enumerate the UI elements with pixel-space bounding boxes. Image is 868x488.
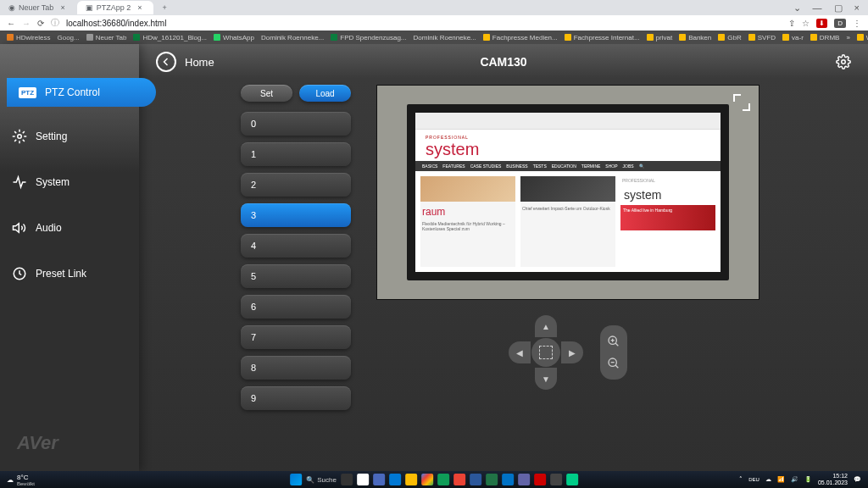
svg-point-3 bbox=[842, 60, 846, 64]
window-chevron-icon[interactable]: ⌄ bbox=[793, 3, 801, 14]
camera-feed-content: PROFESSIONAL system BASICSFEATURESCASE S… bbox=[407, 104, 729, 280]
sidebar-item-ptz-control[interactable]: PTZ PTZ Control bbox=[7, 78, 156, 107]
preset-5[interactable]: 5 bbox=[241, 264, 351, 288]
preset-1[interactable]: 1 bbox=[241, 142, 351, 166]
viewer: PROFESSIONAL system BASICSFEATURESCASE S… bbox=[376, 80, 760, 471]
weather-widget[interactable]: ☁ 8°C Bewölkt bbox=[7, 474, 35, 486]
preset-7[interactable]: 7 bbox=[241, 325, 351, 349]
url-field[interactable]: localhost:36680/index.html bbox=[66, 19, 166, 28]
teams-icon[interactable] bbox=[518, 474, 530, 485]
language-indicator[interactable]: DEU bbox=[748, 477, 760, 482]
taskbar-app-icon[interactable] bbox=[437, 474, 449, 485]
sidebar: PTZ PTZ Control Setting System Audio Pre… bbox=[0, 44, 139, 471]
dpad: ▲ ▼ ◀ ▶ bbox=[509, 315, 583, 390]
start-button[interactable] bbox=[290, 474, 302, 485]
sidebar-item-setting[interactable]: Setting bbox=[0, 120, 139, 152]
preset-9[interactable]: 9 bbox=[241, 386, 351, 410]
extension-icon[interactable]: ⬇ bbox=[816, 19, 827, 28]
reload-icon[interactable]: ⟳ bbox=[37, 19, 44, 28]
excel-icon[interactable] bbox=[486, 474, 498, 485]
zoom-controls bbox=[600, 325, 627, 380]
arrow-left-icon bbox=[161, 57, 171, 67]
settings-button[interactable] bbox=[836, 54, 851, 69]
address-bar: ← → ⟳ ⓘ localhost:36680/index.html ⇪ ☆ ⬇… bbox=[0, 15, 868, 30]
chrome-icon[interactable] bbox=[421, 474, 433, 485]
pan-right-button[interactable]: ▶ bbox=[561, 341, 583, 363]
svg-point-0 bbox=[18, 135, 22, 139]
menu-icon[interactable]: ⋮ bbox=[853, 19, 861, 28]
search-button[interactable]: 🔍Suche bbox=[306, 474, 337, 485]
sidebar-item-preset-link[interactable]: Preset Link bbox=[0, 258, 139, 290]
load-button[interactable]: Load bbox=[299, 85, 351, 102]
outlook-icon[interactable] bbox=[502, 474, 514, 485]
home-label: Home bbox=[185, 56, 214, 69]
taskbar-app-icon[interactable] bbox=[566, 474, 578, 485]
taskbar-app-icon[interactable] bbox=[373, 474, 385, 485]
main-panel: Home CAM130 Set Load 0 1 2 3 4 5 6 7 8 9 bbox=[139, 44, 868, 471]
tab-ptzapp[interactable]: ▣PTZApp 2× bbox=[77, 1, 154, 14]
file-explorer-icon[interactable] bbox=[405, 474, 417, 485]
window-close-icon[interactable]: × bbox=[854, 3, 860, 14]
nav-forward-icon[interactable]: → bbox=[22, 19, 31, 28]
gear-icon bbox=[12, 129, 27, 144]
home-position-button[interactable] bbox=[531, 338, 560, 367]
preset-link-icon bbox=[12, 266, 27, 281]
ptz-icon: PTZ bbox=[19, 87, 36, 98]
preset-8[interactable]: 8 bbox=[241, 356, 351, 380]
preset-2[interactable]: 2 bbox=[241, 173, 351, 197]
sidebar-item-audio[interactable]: Audio bbox=[0, 212, 139, 244]
svg-line-9 bbox=[615, 365, 618, 368]
taskbar-app-icon[interactable] bbox=[357, 474, 369, 485]
new-tab-button[interactable]: + bbox=[153, 1, 175, 14]
preset-6[interactable]: 6 bbox=[241, 295, 351, 319]
word-icon[interactable] bbox=[470, 474, 481, 485]
tab-new[interactable]: ◉Neuer Tab× bbox=[0, 1, 77, 14]
filezilla-icon[interactable] bbox=[534, 474, 546, 485]
fullscreen-button[interactable] bbox=[733, 94, 750, 111]
notifications-icon[interactable]: 💬 bbox=[854, 476, 861, 483]
preset-0[interactable]: 0 bbox=[241, 112, 351, 136]
taskbar-app-icon[interactable] bbox=[550, 474, 562, 485]
taskbar-app-icon[interactable] bbox=[389, 474, 401, 485]
window-minimize-icon[interactable]: — bbox=[813, 3, 822, 14]
close-icon[interactable]: × bbox=[57, 3, 68, 12]
taskbar: ☁ 8°C Bewölkt 🔍Suche ˄ DEU ☁ 📶 🔊 🔋 15:12 bbox=[0, 471, 868, 488]
window-maximize-icon[interactable]: ▢ bbox=[834, 3, 843, 14]
camera-title: CAM130 bbox=[480, 55, 526, 69]
preset-3[interactable]: 3 bbox=[241, 203, 351, 227]
star-icon[interactable]: ☆ bbox=[802, 19, 810, 28]
preset-4[interactable]: 4 bbox=[241, 234, 351, 258]
taskbar-app-icon[interactable] bbox=[453, 474, 465, 485]
back-button[interactable] bbox=[156, 52, 176, 72]
task-view-icon[interactable] bbox=[341, 474, 353, 485]
zoom-in-button[interactable] bbox=[604, 332, 623, 351]
zoom-out-button[interactable] bbox=[604, 354, 623, 373]
nav-back-icon[interactable]: ← bbox=[7, 19, 15, 28]
tray-chevron-icon[interactable]: ˄ bbox=[739, 476, 743, 483]
taskbar-center: 🔍Suche bbox=[290, 474, 578, 485]
preset-list: Set Load 0 1 2 3 4 5 6 7 8 9 bbox=[241, 85, 351, 471]
close-icon[interactable]: × bbox=[134, 3, 145, 12]
battery-icon[interactable]: 🔋 bbox=[804, 476, 812, 483]
topbar: Home CAM130 bbox=[139, 44, 868, 80]
pan-left-button[interactable]: ◀ bbox=[509, 341, 531, 363]
svg-marker-1 bbox=[14, 224, 19, 233]
bookmarks-bar: HDwireless Goog... Neuer Tab HDw_161201_… bbox=[0, 30, 868, 44]
pan-up-button[interactable]: ▲ bbox=[535, 315, 557, 337]
share-icon[interactable]: ⇪ bbox=[788, 19, 795, 28]
pulse-icon bbox=[12, 175, 27, 190]
pan-down-button[interactable]: ▼ bbox=[535, 368, 557, 390]
brand-logo: AVer bbox=[0, 415, 139, 471]
onedrive-icon[interactable]: ☁ bbox=[765, 476, 771, 483]
clock[interactable]: 15:12 05.01.2023 bbox=[818, 473, 848, 486]
tab-strip: ◉Neuer Tab× ▣PTZApp 2× + ⌄ — ▢ × bbox=[0, 0, 868, 15]
sidebar-item-system[interactable]: System bbox=[0, 166, 139, 198]
set-button[interactable]: Set bbox=[241, 85, 292, 102]
browser-chrome: ◉Neuer Tab× ▣PTZApp 2× + ⌄ — ▢ × ← → ⟳ ⓘ… bbox=[0, 0, 868, 44]
svg-line-5 bbox=[615, 343, 618, 346]
profile-badge[interactable]: D bbox=[834, 19, 846, 28]
content: Set Load 0 1 2 3 4 5 6 7 8 9 bbox=[139, 80, 868, 471]
wifi-icon[interactable]: 📶 bbox=[777, 476, 785, 483]
speaker-icon bbox=[12, 220, 27, 236]
volume-icon[interactable]: 🔊 bbox=[791, 476, 798, 483]
